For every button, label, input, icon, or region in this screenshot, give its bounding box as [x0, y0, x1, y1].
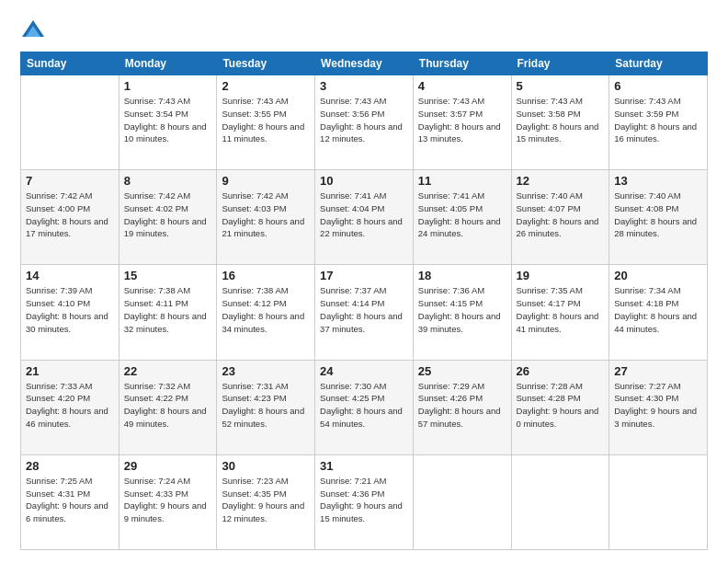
day-cell: 8Sunrise: 7:42 AMSunset: 4:02 PMDaylight… — [119, 170, 217, 265]
day-number: 15 — [124, 269, 212, 282]
day-info: Sunrise: 7:30 AMSunset: 4:25 PMDaylight:… — [320, 380, 408, 431]
day-number: 25 — [418, 364, 506, 378]
day-cell: 16Sunrise: 7:38 AMSunset: 4:12 PMDayligh… — [217, 265, 315, 360]
day-cell: 12Sunrise: 7:40 AMSunset: 4:07 PMDayligh… — [511, 170, 609, 265]
day-cell: 28Sunrise: 7:25 AMSunset: 4:31 PMDayligh… — [21, 454, 119, 549]
day-cell: 23Sunrise: 7:31 AMSunset: 4:23 PMDayligh… — [217, 360, 315, 454]
day-number: 12 — [517, 174, 605, 188]
day-cell: 2Sunrise: 7:43 AMSunset: 3:55 PMDaylight… — [217, 75, 315, 170]
day-number: 2 — [222, 79, 310, 93]
day-cell: 17Sunrise: 7:37 AMSunset: 4:14 PMDayligh… — [315, 265, 414, 360]
day-info: Sunrise: 7:42 AMSunset: 4:03 PMDaylight:… — [222, 190, 310, 240]
day-cell: 5Sunrise: 7:43 AMSunset: 3:58 PMDaylight… — [511, 75, 609, 170]
day-cell: 21Sunrise: 7:33 AMSunset: 4:20 PMDayligh… — [21, 360, 119, 454]
day-number: 24 — [320, 364, 408, 378]
week-row-2: 7Sunrise: 7:42 AMSunset: 4:00 PMDaylight… — [21, 170, 708, 265]
logo — [20, 17, 50, 42]
day-number: 30 — [222, 459, 310, 473]
day-cell — [609, 454, 708, 549]
weekday-header-sunday: Sunday — [21, 52, 119, 75]
day-cell: 25Sunrise: 7:29 AMSunset: 4:26 PMDayligh… — [413, 360, 511, 454]
day-info: Sunrise: 7:35 AMSunset: 4:17 PMDaylight:… — [517, 284, 605, 335]
day-cell: 4Sunrise: 7:43 AMSunset: 3:57 PMDaylight… — [413, 75, 511, 170]
day-info: Sunrise: 7:21 AMSunset: 4:36 PMDaylight:… — [320, 475, 408, 525]
day-info: Sunrise: 7:43 AMSunset: 3:57 PMDaylight:… — [418, 95, 506, 145]
day-cell: 15Sunrise: 7:38 AMSunset: 4:11 PMDayligh… — [119, 265, 217, 360]
weekday-header-monday: Monday — [119, 52, 217, 75]
logo-icon — [20, 17, 46, 42]
day-cell: 19Sunrise: 7:35 AMSunset: 4:17 PMDayligh… — [511, 265, 609, 360]
day-info: Sunrise: 7:43 AMSunset: 3:58 PMDaylight:… — [517, 95, 605, 145]
day-cell: 13Sunrise: 7:40 AMSunset: 4:08 PMDayligh… — [609, 170, 708, 265]
day-info: Sunrise: 7:41 AMSunset: 4:04 PMDaylight:… — [320, 190, 408, 240]
day-number: 10 — [320, 174, 408, 188]
weekday-header-row: SundayMondayTuesdayWednesdayThursdayFrid… — [21, 52, 708, 75]
day-number: 8 — [124, 174, 212, 188]
day-number: 27 — [614, 364, 702, 378]
day-info: Sunrise: 7:43 AMSunset: 3:55 PMDaylight:… — [222, 95, 310, 145]
day-info: Sunrise: 7:43 AMSunset: 3:54 PMDaylight:… — [124, 95, 212, 145]
day-info: Sunrise: 7:34 AMSunset: 4:18 PMDaylight:… — [614, 284, 702, 335]
day-number: 3 — [320, 79, 408, 93]
day-cell — [21, 75, 119, 170]
day-number: 22 — [124, 364, 212, 378]
day-number: 6 — [614, 79, 702, 93]
day-cell: 27Sunrise: 7:27 AMSunset: 4:30 PMDayligh… — [609, 360, 708, 454]
day-info: Sunrise: 7:42 AMSunset: 4:00 PMDaylight:… — [26, 190, 114, 240]
day-number: 5 — [517, 79, 605, 93]
weekday-header-wednesday: Wednesday — [315, 52, 414, 75]
day-info: Sunrise: 7:28 AMSunset: 4:28 PMDaylight:… — [517, 380, 605, 431]
week-row-4: 21Sunrise: 7:33 AMSunset: 4:20 PMDayligh… — [21, 360, 708, 454]
day-cell: 18Sunrise: 7:36 AMSunset: 4:15 PMDayligh… — [413, 265, 511, 360]
page: SundayMondayTuesdayWednesdayThursdayFrid… — [0, 0, 728, 563]
day-cell: 3Sunrise: 7:43 AMSunset: 3:56 PMDaylight… — [315, 75, 414, 170]
day-info: Sunrise: 7:29 AMSunset: 4:26 PMDaylight:… — [418, 380, 506, 431]
day-cell: 31Sunrise: 7:21 AMSunset: 4:36 PMDayligh… — [315, 454, 414, 549]
day-info: Sunrise: 7:39 AMSunset: 4:10 PMDaylight:… — [26, 284, 114, 335]
weekday-header-friday: Friday — [511, 52, 609, 75]
day-cell: 20Sunrise: 7:34 AMSunset: 4:18 PMDayligh… — [609, 265, 708, 360]
day-number: 29 — [124, 459, 212, 473]
day-number: 23 — [222, 364, 310, 378]
day-number: 31 — [320, 459, 408, 473]
day-info: Sunrise: 7:24 AMSunset: 4:33 PMDaylight:… — [124, 475, 212, 525]
day-cell: 26Sunrise: 7:28 AMSunset: 4:28 PMDayligh… — [511, 360, 609, 454]
day-info: Sunrise: 7:41 AMSunset: 4:05 PMDaylight:… — [418, 190, 506, 240]
day-info: Sunrise: 7:27 AMSunset: 4:30 PMDaylight:… — [614, 380, 702, 431]
week-row-5: 28Sunrise: 7:25 AMSunset: 4:31 PMDayligh… — [21, 454, 708, 549]
day-number: 7 — [26, 174, 114, 188]
day-number: 9 — [222, 174, 310, 188]
day-number: 17 — [320, 269, 408, 282]
day-cell — [511, 454, 609, 549]
day-cell: 10Sunrise: 7:41 AMSunset: 4:04 PMDayligh… — [315, 170, 414, 265]
day-cell: 11Sunrise: 7:41 AMSunset: 4:05 PMDayligh… — [413, 170, 511, 265]
day-info: Sunrise: 7:31 AMSunset: 4:23 PMDaylight:… — [222, 380, 310, 431]
day-number: 4 — [418, 79, 506, 93]
day-info: Sunrise: 7:37 AMSunset: 4:14 PMDaylight:… — [320, 284, 408, 335]
day-info: Sunrise: 7:33 AMSunset: 4:20 PMDaylight:… — [26, 380, 114, 431]
day-info: Sunrise: 7:40 AMSunset: 4:07 PMDaylight:… — [517, 190, 605, 240]
day-cell: 29Sunrise: 7:24 AMSunset: 4:33 PMDayligh… — [119, 454, 217, 549]
week-row-3: 14Sunrise: 7:39 AMSunset: 4:10 PMDayligh… — [21, 265, 708, 360]
weekday-header-tuesday: Tuesday — [217, 52, 315, 75]
day-number: 11 — [418, 174, 506, 188]
day-info: Sunrise: 7:36 AMSunset: 4:15 PMDaylight:… — [418, 284, 506, 335]
day-cell: 24Sunrise: 7:30 AMSunset: 4:25 PMDayligh… — [315, 360, 414, 454]
day-number: 26 — [517, 364, 605, 378]
day-number: 28 — [26, 459, 114, 473]
day-number: 1 — [124, 79, 212, 93]
day-number: 13 — [614, 174, 702, 188]
weekday-header-saturday: Saturday — [609, 52, 708, 75]
day-info: Sunrise: 7:43 AMSunset: 3:56 PMDaylight:… — [320, 95, 408, 145]
day-number: 21 — [26, 364, 114, 378]
day-info: Sunrise: 7:42 AMSunset: 4:02 PMDaylight:… — [124, 190, 212, 240]
day-number: 14 — [26, 269, 114, 282]
day-info: Sunrise: 7:43 AMSunset: 3:59 PMDaylight:… — [614, 95, 702, 145]
week-row-1: 1Sunrise: 7:43 AMSunset: 3:54 PMDaylight… — [21, 75, 708, 170]
day-cell: 9Sunrise: 7:42 AMSunset: 4:03 PMDaylight… — [217, 170, 315, 265]
day-cell: 14Sunrise: 7:39 AMSunset: 4:10 PMDayligh… — [21, 265, 119, 360]
header — [20, 17, 708, 42]
day-info: Sunrise: 7:23 AMSunset: 4:35 PMDaylight:… — [222, 475, 310, 525]
day-cell: 6Sunrise: 7:43 AMSunset: 3:59 PMDaylight… — [609, 75, 708, 170]
day-cell — [413, 454, 511, 549]
